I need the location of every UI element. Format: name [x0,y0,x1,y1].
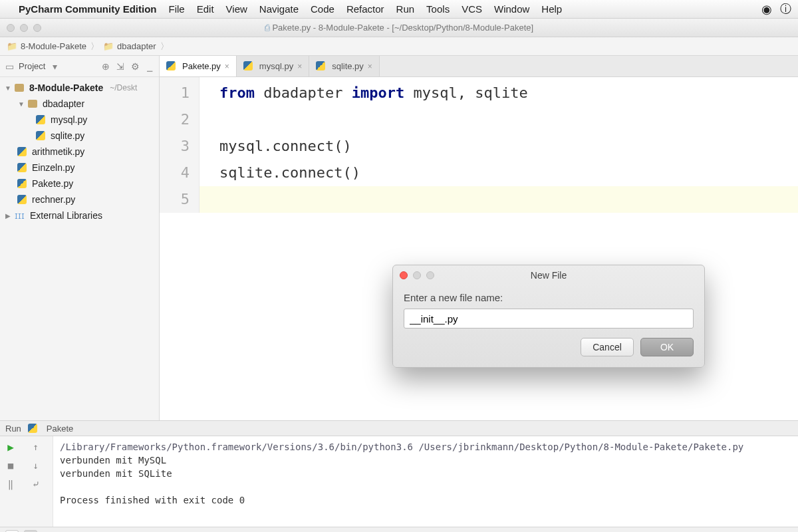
run-tool-header[interactable]: Run Pakete [0,420,798,436]
dialog-title: New File [393,270,704,281]
menu-help[interactable]: Help [541,3,562,15]
ok-button[interactable]: OK [640,338,694,356]
close-icon[interactable]: × [297,62,302,71]
menu-vcs[interactable]: VCS [462,3,482,15]
target-icon[interactable]: ⊕ [100,61,111,72]
sidebar-title[interactable]: Project [19,61,45,71]
project-tree[interactable]: ▼ 8-Module-Pakete ~/Deskt ▼ dbadapter my… [0,77,159,226]
wrap-icon[interactable]: ⤶ [29,477,43,491]
cloud-icon[interactable]: ◉ [761,2,772,17]
status-bar [0,527,798,532]
down-icon[interactable]: ↓ [29,459,43,472]
window-titlebar: ⎙ Pakete.py - 8-Module-Pakete - [~/Deskt… [0,19,798,37]
menu-code[interactable]: Code [311,3,334,15]
new-file-dialog: New File Enter a new file name: Cancel O… [392,265,705,368]
window-zoom-icon[interactable] [33,24,41,32]
tree-file[interactable]: rechner.py [0,192,159,207]
mac-menubar: PyCharm Community Edition File Edit View… [0,0,798,19]
tree-root[interactable]: ▼ 8-Module-Pakete ~/Deskt [0,80,159,96]
chevron-right-icon: 〉 [160,41,169,53]
status-toggle-1[interactable] [5,530,19,533]
python-icon [28,424,40,434]
status-toggle-2[interactable] [24,530,37,533]
breadcrumb-root[interactable]: 8-Module-Pakete [7,41,86,51]
menu-run[interactable]: Run [396,3,415,15]
close-icon[interactable]: × [368,62,372,71]
tree-external-libraries[interactable]: ▶ External Libraries [0,207,159,223]
run-label: Run [5,424,21,434]
code-editor[interactable]: 1 2 3 4 5 from dbadapter import mysql, s… [160,77,798,213]
menu-navigate[interactable]: Navigate [259,3,299,15]
stop-button[interactable]: ■ [4,459,17,472]
menu-view[interactable]: View [226,3,247,15]
rerun-button[interactable]: ▶ [4,440,17,454]
breadcrumb-sub[interactable]: dbadapter [103,41,156,51]
chevron-right-icon: 〉 [90,41,99,53]
tree-file[interactable]: Pakete.py [0,176,159,192]
menu-file[interactable]: File [169,3,185,15]
tab-mysql[interactable]: mysql.py× [237,56,309,76]
tree-file[interactable]: mysql.py [0,112,159,128]
hide-icon[interactable]: ⎯ [144,61,155,72]
collapse-icon[interactable]: ⇲ [115,61,126,72]
gear-icon[interactable]: ⚙ [130,61,140,72]
menu-tools[interactable]: Tools [426,3,450,15]
run-controls: ▶ ↑ ■ ↓ ‖ ⤶ [0,436,53,527]
info-icon[interactable]: ⓘ [780,1,791,17]
menu-refactor[interactable]: Refactor [346,3,384,15]
tab-sqlite[interactable]: sqlite.py× [309,56,380,76]
menu-edit[interactable]: Edit [197,3,214,15]
window-minimize-icon[interactable] [20,24,28,32]
console-output[interactable]: /Library/Frameworks/Python.framework/Ver… [53,436,750,527]
tab-pakete[interactable]: Pakete.py× [160,56,237,76]
run-config-name: Pakete [47,424,73,434]
breadcrumb: 8-Module-Pakete 〉 dbadapter 〉 [0,37,798,56]
project-view-icon[interactable]: ▭ [4,61,15,72]
run-tool-window: ▶ ↑ ■ ↓ ‖ ⤶ /Library/Frameworks/Python.f… [0,436,798,527]
tree-folder-dbadapter[interactable]: ▼ dbadapter [0,96,159,112]
pause-button[interactable]: ‖ [4,477,17,491]
tree-file[interactable]: Einzeln.py [0,160,159,176]
tree-file[interactable]: sqlite.py [0,128,159,144]
app-name[interactable]: PyCharm Community Edition [19,3,157,15]
window-close-icon[interactable] [7,24,15,32]
cancel-button[interactable]: Cancel [581,338,634,356]
project-sidebar: ▭ Project ▾ ⊕ ⇲ ⚙ ⎯ ▼ 8-Module-Pakete ~/… [0,56,160,420]
close-icon[interactable]: × [225,62,229,71]
filename-input[interactable] [404,309,694,329]
menu-window[interactable]: Window [494,3,529,15]
up-icon[interactable]: ↑ [29,440,43,454]
tree-file[interactable]: arithmetik.py [0,144,159,160]
window-title: Pakete.py - 8-Module-Pakete - [~/Desktop… [272,23,533,33]
dialog-prompt: Enter a new file name: [404,292,694,303]
editor-tabs: Pakete.py× mysql.py× sqlite.py× [160,56,798,77]
gutter: 1 2 3 4 5 [160,77,200,213]
dropdown-icon[interactable]: ▾ [49,61,60,72]
